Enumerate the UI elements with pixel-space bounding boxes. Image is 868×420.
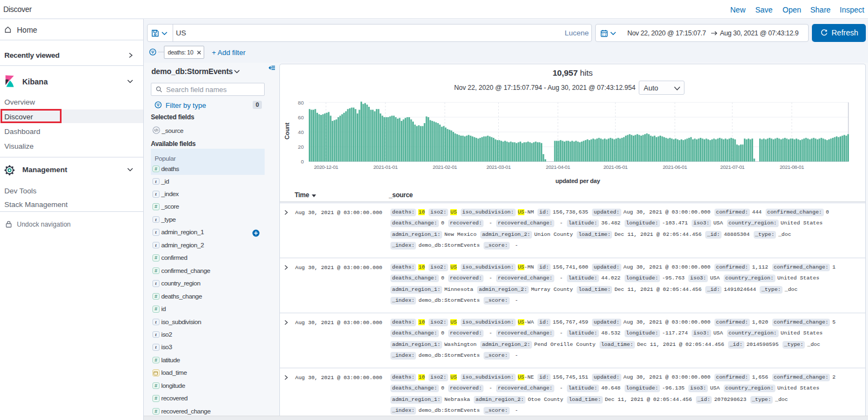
svg-text:2020-12-01: 2020-12-01 xyxy=(314,164,338,170)
svg-text:0: 0 xyxy=(301,159,304,165)
svg-text:20: 20 xyxy=(298,144,304,150)
svg-text:2021-01-01: 2021-01-01 xyxy=(373,164,398,170)
svg-text:2021-08-01: 2021-08-01 xyxy=(780,164,804,170)
svg-text:2021-05-01: 2021-05-01 xyxy=(603,164,628,170)
svg-text:40: 40 xyxy=(298,129,304,135)
svg-text:2021-02-01: 2021-02-01 xyxy=(433,164,457,170)
svg-text:80: 80 xyxy=(298,100,304,106)
svg-text:2021-07-01: 2021-07-01 xyxy=(720,164,745,170)
svg-text:2021-06-01: 2021-06-01 xyxy=(663,164,687,170)
svg-text:2021-03-01: 2021-03-01 xyxy=(486,164,511,170)
svg-text:60: 60 xyxy=(298,114,304,120)
svg-text:2021-04-01: 2021-04-01 xyxy=(546,164,570,170)
